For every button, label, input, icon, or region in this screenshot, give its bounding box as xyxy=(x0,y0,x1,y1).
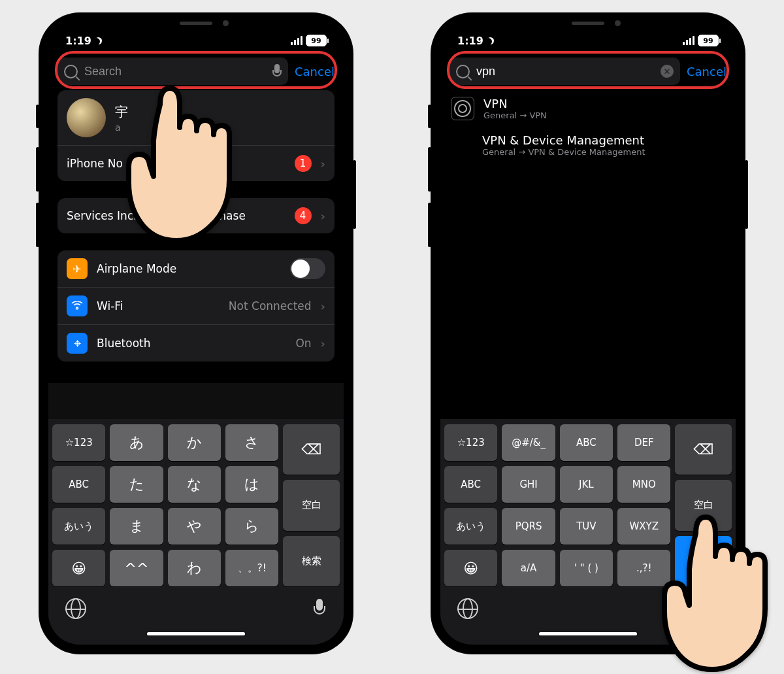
notch xyxy=(523,13,653,33)
result-vpn[interactable]: VPN General → VPN xyxy=(440,90,736,127)
chevron-icon: › xyxy=(321,157,325,171)
clear-icon[interactable]: ✕ xyxy=(661,65,674,78)
bluetooth-icon: ⌖ xyxy=(67,333,88,354)
key[interactable]: わ xyxy=(168,550,221,586)
key-delete[interactable]: ⌫ xyxy=(283,424,340,475)
status-time: 1:19 xyxy=(65,35,91,47)
status-time: 1:19 xyxy=(457,35,483,47)
globe-icon[interactable] xyxy=(457,598,478,619)
dnd-icon xyxy=(95,37,102,44)
chevron-icon: › xyxy=(321,209,325,223)
key[interactable]: ら xyxy=(225,508,278,545)
key[interactable]: GHI xyxy=(502,466,555,503)
airplane-toggle[interactable] xyxy=(290,258,325,279)
search-input[interactable] xyxy=(475,64,655,79)
search-icon xyxy=(456,65,470,78)
key-emoji[interactable]: 😀 xyxy=(52,550,105,586)
annotation-hand xyxy=(114,78,252,251)
key[interactable]: ^^ xyxy=(110,550,163,586)
key[interactable]: ま xyxy=(110,508,163,545)
chevron-icon: › xyxy=(321,337,325,350)
key[interactable]: JKL xyxy=(560,466,613,503)
cancel-button[interactable]: Cancel xyxy=(295,65,335,78)
search-field[interactable]: ✕ xyxy=(449,58,680,85)
key[interactable]: PQRS xyxy=(502,508,555,545)
key-space[interactable]: 空白 xyxy=(283,480,340,530)
phone-right: 1:19 99 ✕ Cancel VPN General → VPN xyxy=(431,13,745,654)
key[interactable]: は xyxy=(225,466,278,503)
wifi-row[interactable]: Wi-Fi Not Connected › xyxy=(57,288,335,325)
phone-left: 1:19 99 Cancel 宇 xyxy=(39,13,353,654)
key-emoji[interactable]: 😀 xyxy=(444,550,497,586)
keyboard[interactable]: ☆123 あ か さ ABC た な は あいう ま や xyxy=(48,419,344,645)
home-indicator[interactable] xyxy=(539,632,637,635)
annotation-hand xyxy=(650,507,784,674)
badge: 1 xyxy=(295,155,312,172)
search-input[interactable] xyxy=(83,64,267,79)
key[interactable]: DEF xyxy=(617,424,670,461)
avatar xyxy=(67,98,106,137)
wifi-icon xyxy=(67,295,88,316)
airplane-row[interactable]: ✈ Airplane Mode xyxy=(57,250,335,288)
gear-icon xyxy=(451,97,474,120)
key[interactable]: あ xyxy=(110,424,163,461)
globe-icon[interactable] xyxy=(65,598,86,619)
key-delete[interactable]: ⌫ xyxy=(675,424,732,475)
key[interactable]: MNO xyxy=(617,466,670,503)
home-indicator[interactable] xyxy=(147,632,245,635)
key[interactable]: @#/&_ xyxy=(502,424,555,461)
signal-icon xyxy=(291,36,302,45)
chevron-icon: › xyxy=(321,299,325,313)
key[interactable]: TUV xyxy=(560,508,613,545)
airplane-icon: ✈ xyxy=(67,258,88,279)
key[interactable]: な xyxy=(168,466,221,503)
key[interactable]: か xyxy=(168,424,221,461)
key[interactable]: た xyxy=(110,466,163,503)
dictate-icon[interactable] xyxy=(272,64,282,78)
key-num[interactable]: ☆123 xyxy=(444,424,497,461)
search-icon xyxy=(64,65,78,78)
bluetooth-row[interactable]: ⌖ Bluetooth On › xyxy=(57,325,335,362)
battery-icon: 99 xyxy=(698,35,719,46)
key-search[interactable]: 検索 xyxy=(283,536,340,586)
badge: 4 xyxy=(295,207,312,224)
dnd-icon xyxy=(487,37,494,44)
notch xyxy=(131,13,261,33)
battery-icon: 99 xyxy=(306,35,327,46)
key-kana[interactable]: あいう xyxy=(52,508,105,545)
cancel-button[interactable]: Cancel xyxy=(687,65,727,78)
key-abc[interactable]: ABC xyxy=(52,466,105,503)
key-kana[interactable]: あいう xyxy=(444,508,497,545)
dictate-icon[interactable] xyxy=(312,599,327,618)
key-num[interactable]: ☆123 xyxy=(52,424,105,461)
key[interactable]: ABC xyxy=(560,424,613,461)
signal-icon xyxy=(683,36,694,45)
key[interactable]: さ xyxy=(225,424,278,461)
key[interactable]: 、。?! xyxy=(225,550,278,586)
key-abc[interactable]: ABC xyxy=(444,466,497,503)
result-vpn-device[interactable]: VPN & Device Management General → VPN & … xyxy=(440,127,736,163)
key[interactable]: や xyxy=(168,508,221,545)
key[interactable]: ' " ( ) xyxy=(560,550,613,586)
key[interactable]: a/A xyxy=(502,550,555,586)
